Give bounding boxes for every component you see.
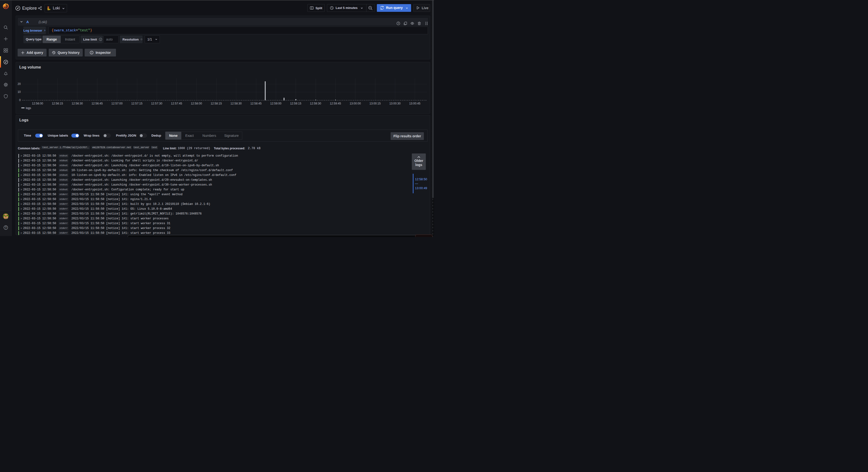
svg-text:?: ? — [5, 226, 6, 229]
svg-text:?: ? — [398, 22, 399, 25]
